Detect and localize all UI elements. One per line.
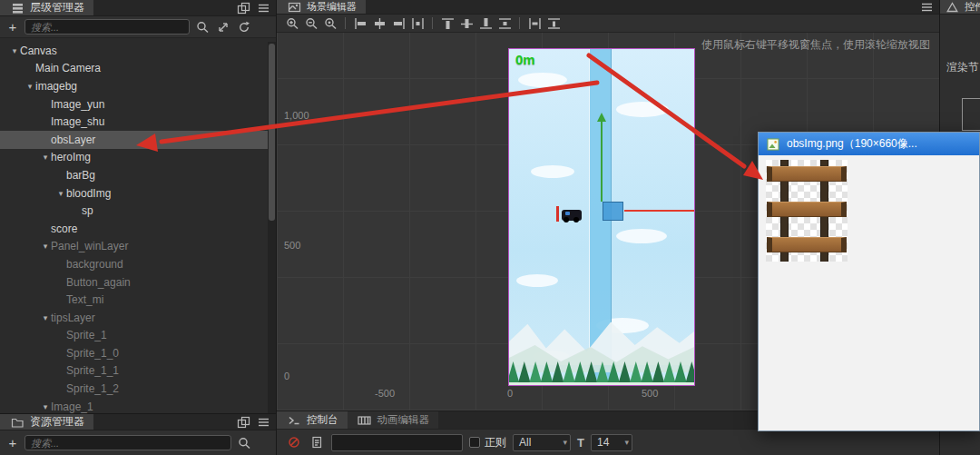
scrollbar-thumb[interactable] (269, 44, 275, 221)
tab-hierarchy[interactable]: 层级管理器 (0, 0, 93, 15)
panel-menu-icon[interactable] (918, 0, 935, 15)
font-size-select[interactable]: 14 ▾ (591, 434, 632, 451)
tree-item-heroimg[interactable]: ▾heroImg (0, 149, 268, 167)
align-middle-icon[interactable] (458, 16, 475, 31)
refresh-icon[interactable] (236, 20, 252, 35)
ruler-label-y: 1,000 (284, 110, 309, 121)
tree-item-sprite-1-1[interactable]: Sprite_1_1 (0, 362, 268, 381)
selected-obstacle-box[interactable] (603, 202, 623, 221)
toolbar-separator (519, 17, 520, 29)
log-file-icon[interactable] (309, 435, 325, 450)
hierarchy-scrollbar[interactable] (268, 42, 276, 413)
tree-expand-arrow[interactable]: ▾ (40, 242, 51, 251)
search-icon[interactable] (236, 436, 252, 450)
railroad-tie (767, 202, 847, 217)
assets-search-input[interactable] (24, 435, 231, 450)
regex-checkbox[interactable] (469, 437, 480, 448)
tree-item-background[interactable]: background (0, 255, 268, 273)
zoom-in-icon[interactable] (284, 16, 300, 31)
tree-item-bloodimg[interactable]: ▾bloodImg (0, 184, 268, 203)
tab-assets[interactable]: 资源管理器 (0, 414, 93, 430)
tree-item-label: Image_yun (51, 98, 104, 111)
tree-expand-arrow[interactable]: ▾ (40, 313, 51, 322)
tab-console[interactable]: 控制台 (277, 411, 348, 429)
tree-item-panel-winlayer[interactable]: ▾Panel_winLayer (0, 238, 268, 256)
tree-item-sprite-1-0[interactable]: Sprite_1_0 (0, 344, 268, 362)
tree-item-button-again[interactable]: Button_again (0, 273, 268, 292)
tree-expand-arrow[interactable]: ▾ (24, 82, 35, 91)
tree-item-label: barBg (66, 169, 95, 182)
tree-item-obslayer[interactable]: obsLayer (0, 131, 268, 149)
align-center-h-icon[interactable] (371, 16, 387, 31)
gizmo-x-axis[interactable] (624, 210, 695, 212)
tree-item-sprite-1[interactable]: Sprite_1 (0, 327, 268, 345)
widget-icon (944, 0, 960, 15)
hierarchy-tree: ▾CanvasMain Camera▾imagebgImage_yunImage… (0, 42, 268, 413)
transparency-checker (766, 160, 848, 262)
clear-console-icon[interactable] (286, 435, 302, 450)
hero-wheel (573, 217, 579, 223)
add-asset-button[interactable]: + (5, 435, 20, 451)
popout-icon[interactable] (235, 415, 251, 430)
tree-item-image-1[interactable]: ▾Image_1 (0, 398, 268, 413)
stretch-v-icon[interactable] (545, 16, 562, 31)
tree-item-imagebg[interactable]: ▾imagebg (0, 77, 268, 95)
tree-item-tipslayer[interactable]: ▾tipsLayer (0, 309, 268, 327)
tab-widget[interactable]: 控件 (940, 0, 980, 14)
hierarchy-search-input[interactable] (24, 19, 190, 35)
toolbar-separator (432, 17, 433, 29)
toolbar-separator (345, 17, 346, 29)
image-preview-window[interactable]: obsImg.png（190×660像... (758, 132, 980, 431)
viewport-hint: 使用鼠标右键平移视窗焦点，使用滚轮缩放视图 (701, 37, 930, 53)
tree-item-label: tipsLayer (51, 312, 95, 324)
align-top-icon[interactable] (439, 16, 456, 31)
panel-menu-icon[interactable] (255, 1, 271, 15)
tab-scene-editor[interactable]: 场景编辑器 (277, 0, 366, 14)
distribute-v-icon[interactable] (496, 16, 513, 31)
tab-console-label: 控制台 (307, 413, 338, 427)
popup-titlebar[interactable]: obsImg.png（190×660像... (759, 133, 979, 155)
tree-item-label: imagebg (35, 80, 77, 93)
chevron-down-icon: ▾ (624, 438, 629, 447)
align-left-icon[interactable] (352, 16, 368, 31)
tree-item-barbg[interactable]: barBg (0, 166, 268, 184)
tree-item-image-yun[interactable]: Image_yun (0, 95, 268, 114)
tree-item-canvas[interactable]: ▾Canvas (0, 42, 268, 60)
tree-expand-arrow[interactable]: ▾ (9, 46, 20, 55)
assets-toolbar: + (0, 430, 276, 455)
tree-item-score[interactable]: score (0, 220, 268, 238)
tree-item-sp[interactable]: sp (0, 202, 268, 220)
console-toolbar: 正则 All ▾ T 14 ▾ (277, 429, 939, 455)
tree-item-main-camera[interactable]: Main Camera (0, 60, 268, 78)
gizmo-y-axis[interactable] (601, 122, 603, 202)
hero-sprite[interactable] (562, 210, 582, 221)
console-filter-input[interactable] (331, 434, 463, 451)
tree-item-image-shu[interactable]: Image_shu (0, 113, 268, 131)
tree-item-label: Text_mi (66, 293, 103, 306)
zoom-reset-icon[interactable] (322, 16, 338, 31)
log-level-select[interactable]: All ▾ (513, 434, 571, 451)
stretch-h-icon[interactable] (526, 16, 543, 31)
align-right-icon[interactable] (390, 16, 407, 31)
ruler-label-y: 0 (284, 371, 289, 381)
tree-expand-arrow[interactable]: ▾ (55, 189, 66, 198)
tab-widget-label: 控件 (965, 0, 980, 14)
trees-layer (509, 356, 694, 385)
tree-item-label: Sprite_1_2 (66, 382, 119, 395)
distribute-h-icon[interactable] (409, 16, 426, 31)
tree-item-sprite-1-2[interactable]: Sprite_1_2 (0, 380, 268, 398)
tab-animation-editor[interactable]: 动画编辑器 (348, 411, 439, 429)
search-icon[interactable] (194, 20, 211, 35)
tree-item-text-mi[interactable]: Text_mi (0, 291, 268, 309)
ruler-label-x: 0 (507, 388, 513, 399)
popout-icon[interactable] (235, 1, 251, 15)
align-bottom-icon[interactable] (477, 16, 494, 31)
zoom-out-icon[interactable] (303, 16, 319, 31)
expand-all-icon[interactable] (215, 20, 231, 35)
tree-item-label: Image_1 (51, 401, 93, 413)
panel-menu-icon[interactable] (255, 415, 271, 430)
tree-expand-arrow[interactable]: ▾ (40, 402, 51, 411)
add-node-button[interactable]: + (5, 19, 20, 35)
tree-expand-arrow[interactable]: ▾ (40, 153, 51, 162)
font-size-icon[interactable]: T (577, 436, 584, 450)
